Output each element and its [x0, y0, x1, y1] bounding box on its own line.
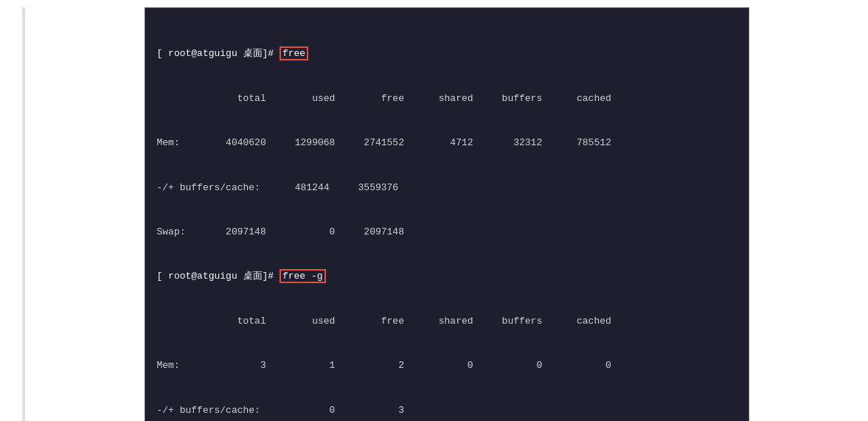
- terminal-container: [ root@atguigu 桌面]# free total used free…: [25, 7, 868, 421]
- command-1: free: [282, 48, 305, 59]
- terminal-section: [ root@atguigu 桌面]# free total used free…: [0, 7, 868, 421]
- main-container: [ root@atguigu 桌面]# free total used free…: [0, 0, 868, 421]
- line-3: Mem: 4040620 1299068 2741552 4712 32312 …: [157, 136, 737, 150]
- command-highlight-2: free -g: [280, 269, 326, 283]
- terminal: [ root@atguigu 桌面]# free total used free…: [145, 7, 749, 421]
- line-4: -/+ buffers/cache: 481244 3559376: [157, 181, 737, 195]
- line-5: Swap: 2097148 0 2097148: [157, 225, 737, 240]
- command-highlight-1: free: [280, 46, 308, 60]
- command-2: free -g: [282, 271, 323, 282]
- line-1: [ root@atguigu 桌面]# free: [157, 46, 737, 61]
- line-7: total used free shared buffers cached: [157, 314, 737, 329]
- line-9: -/+ buffers/cache: 0 3: [157, 403, 737, 418]
- prompt-1: [ root@atguigu 桌面]#: [157, 48, 280, 59]
- line-6: [ root@atguigu 桌面]# free -g: [157, 269, 737, 284]
- line-2: total used free shared buffers cached: [157, 91, 737, 106]
- line-8: Mem: 3 1 2 0 0 0: [157, 358, 737, 373]
- prompt-2: [ root@atguigu 桌面]#: [157, 271, 280, 282]
